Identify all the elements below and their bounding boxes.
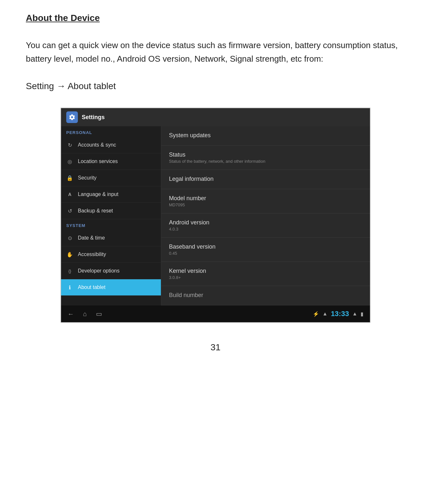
sidebar-item-datetime[interactable]: ⊙ Date & time <box>61 230 161 246</box>
nav-bar-right: ⚡ ▲ 13:33 ▲ ▮ <box>313 310 363 318</box>
sidebar-security-label: Security <box>78 175 97 181</box>
status-title: Status <box>169 151 362 158</box>
build-title: Build number <box>169 292 362 299</box>
page-number: 31 <box>26 342 405 353</box>
language-icon: A <box>66 191 73 198</box>
sidebar-item-accessibility[interactable]: ✋ Accessibility <box>61 246 161 263</box>
kernel-title: Kernel version <box>169 268 362 274</box>
baseband-title: Baseband version <box>169 243 362 250</box>
location-icon: ◎ <box>66 158 73 165</box>
recents-button[interactable]: ▭ <box>96 310 102 318</box>
sidebar-accessibility-label: Accessibility <box>78 252 106 257</box>
clock-display: 13:33 <box>331 310 349 318</box>
content-item-model[interactable]: Model number MD7095 <box>161 189 370 213</box>
sidebar-language-label: Language & input <box>78 191 118 197</box>
wifi-icon: ▲ <box>352 311 357 317</box>
content-item-kernel[interactable]: Kernel version 3.0.8+ <box>161 262 370 286</box>
screenshot-container: Settings PERSONAL ↻ Accounts & sync ◎ Lo… <box>60 108 371 323</box>
accounts-icon: ↻ <box>66 141 73 149</box>
sidebar-item-backup[interactable]: ↺ Backup & reset <box>61 203 161 219</box>
usb-icon: ⚡ <box>313 311 319 317</box>
settings-gear-icon <box>68 114 76 121</box>
android-subtitle: 4.0.3 <box>169 227 362 231</box>
settings-icon-box <box>66 111 78 123</box>
settings-header-label: Settings <box>82 114 105 121</box>
security-icon: 🔒 <box>66 174 73 181</box>
content-item-build[interactable]: Build number <box>161 286 370 305</box>
sidebar-item-about[interactable]: ℹ About tablet <box>61 279 161 296</box>
sidebar-about-label: About tablet <box>78 284 105 290</box>
sidebar-developer-label: Developer options <box>78 268 120 274</box>
model-subtitle: MD7095 <box>169 202 362 207</box>
nav-instruction: Setting → About tablet <box>26 81 405 91</box>
model-title: Model number <box>169 195 362 202</box>
content-panel: System updates Status Status of the batt… <box>161 126 370 305</box>
sidebar-item-accounts[interactable]: ↻ Accounts & sync <box>61 137 161 153</box>
settings-body: PERSONAL ↻ Accounts & sync ◎ Location se… <box>61 126 370 305</box>
signal-icon: ▲ <box>322 311 328 317</box>
kernel-subtitle: 3.0.8+ <box>169 275 362 280</box>
sidebar-backup-label: Backup & reset <box>78 208 113 214</box>
nav-bar: ← ⌂ ▭ ⚡ ▲ 13:33 ▲ ▮ <box>61 305 370 322</box>
accessibility-icon: ✋ <box>66 251 73 258</box>
developer-icon: {} <box>66 267 73 274</box>
content-item-legal[interactable]: Legal information <box>161 170 370 189</box>
home-button[interactable]: ⌂ <box>83 310 87 318</box>
system-section-label: SYSTEM <box>61 219 161 230</box>
content-item-android[interactable]: Android version 4.0.3 <box>161 213 370 238</box>
sidebar-item-language[interactable]: A Language & input <box>61 186 161 203</box>
legal-title: Legal information <box>169 176 362 182</box>
back-button[interactable]: ← <box>68 310 74 318</box>
sidebar-accounts-label: Accounts & sync <box>78 142 116 148</box>
sidebar-datetime-label: Date & time <box>78 235 105 241</box>
settings-header: Settings <box>61 108 370 126</box>
content-item-status[interactable]: Status Status of the battery, network, a… <box>161 146 370 170</box>
body-text: You can get a quick view on the device s… <box>26 39 405 66</box>
baseband-subtitle: 0.45 <box>169 251 362 256</box>
about-icon: ℹ <box>66 284 73 291</box>
nav-bar-left: ← ⌂ ▭ <box>68 310 102 318</box>
sidebar-item-security[interactable]: 🔒 Security <box>61 170 161 186</box>
sidebar-location-label: Location services <box>78 159 118 164</box>
system-updates-title: System updates <box>169 132 362 139</box>
personal-section-label: PERSONAL <box>61 126 161 137</box>
datetime-icon: ⊙ <box>66 234 73 242</box>
settings-sidebar: PERSONAL ↻ Accounts & sync ◎ Location se… <box>61 126 161 305</box>
content-item-baseband[interactable]: Baseband version 0.45 <box>161 238 370 262</box>
content-item-system-updates[interactable]: System updates <box>161 126 370 146</box>
status-subtitle: Status of the battery, network, and othe… <box>169 159 362 164</box>
sidebar-item-location[interactable]: ◎ Location services <box>61 153 161 170</box>
backup-icon: ↺ <box>66 207 73 214</box>
page-title: About the Device <box>26 13 405 23</box>
android-title: Android version <box>169 219 362 226</box>
battery-icon: ▮ <box>361 311 363 317</box>
sidebar-item-developer[interactable]: {} Developer options <box>61 263 161 279</box>
